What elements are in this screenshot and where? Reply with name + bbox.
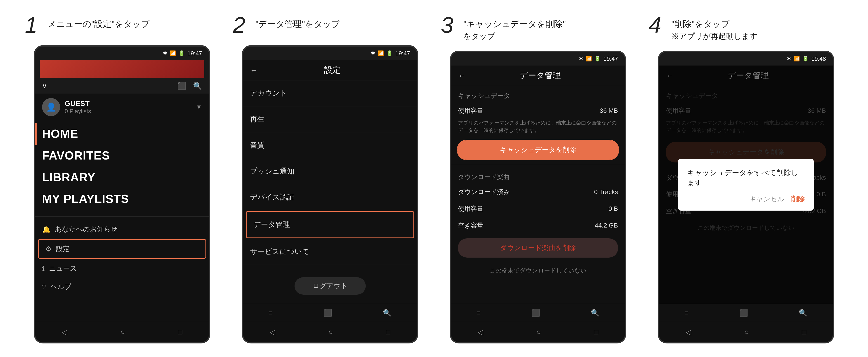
menu-icon-2[interactable]: ≡ — [269, 309, 273, 317]
search-icon-4[interactable]: 🔍 — [799, 309, 807, 317]
nav-item-library-label-1: LIBRARY — [42, 170, 95, 184]
bluetooth-icon-4: ✱ — [787, 56, 791, 62]
user-section-1[interactable]: 👤 GUEST 0 Playlists ▼ — [35, 94, 209, 121]
step-1-column: 1 メニューの"設定"をタップ ✱ 📶 🔋 19:47 ∨ ⬛ 🔍 — [18, 13, 226, 344]
home-btn-3[interactable]: ○ — [536, 328, 541, 336]
screen3-content: ← データ管理 キャッシュデータ 使用容量 36 MB アプリのパフォーマンスを… — [451, 66, 625, 304]
back-btn-1[interactable]: ◁ — [62, 328, 67, 336]
cast-icon-2[interactable]: ⬛ — [324, 309, 332, 317]
logo-bar-1 — [40, 60, 204, 78]
step-3-desc-sub: をタップ — [463, 31, 566, 41]
recents-btn-3[interactable]: □ — [594, 328, 598, 336]
settings-item-data[interactable]: データ管理 — [247, 212, 413, 237]
back-arrow-icon-2[interactable]: ← — [250, 66, 258, 74]
recents-btn-1[interactable]: □ — [178, 328, 182, 336]
screen-bottom-nav-3: ≡ ⬛ 🔍 — [451, 304, 625, 322]
header-right-icons-1: ⬛ 🔍 — [177, 82, 202, 90]
recents-btn-4[interactable]: □ — [802, 328, 806, 336]
android-nav-3: ◁ ○ □ — [451, 322, 625, 342]
settings-item-playback[interactable]: 再生 — [243, 106, 417, 132]
battery-icon-2: 🔋 — [386, 51, 393, 56]
phone-4: ✱ 📶 🔋 19:48 ← データ管理 キャッシュデータ 使用容量 36 MB — [658, 51, 834, 344]
dialog-cancel-btn-4[interactable]: キャンセル — [749, 195, 784, 204]
signal-icon-2: 📶 — [378, 51, 384, 56]
android-nav-1: ◁ ○ □ — [35, 322, 209, 342]
news-icon-1: ℹ — [42, 265, 44, 272]
cast-icon-1[interactable]: ⬛ — [177, 82, 186, 90]
step-4-number: 4 — [649, 13, 667, 36]
nav-item-myplaylists-1[interactable]: MY PLAYLISTS — [35, 188, 209, 210]
settings-item-push[interactable]: プッシュ通知 — [243, 158, 417, 184]
header-actions-1: ∨ ⬛ 🔍 — [35, 78, 209, 94]
sub-nav-help-label-1: ヘルプ — [51, 282, 71, 291]
cast-icon-3[interactable]: ⬛ — [532, 309, 540, 317]
signal-icon-3: 📶 — [586, 56, 592, 62]
dialog-title-4: キャッシュデータをすべて削除します — [687, 168, 805, 188]
section-divider-3 — [451, 165, 625, 165]
step-2-header: 2 "データ管理"をタップ — [233, 13, 427, 36]
screen2-content: ← 設定 アカウント 再生 音質 プッシュ通知 — [243, 60, 417, 304]
dl-usage-value-3: 0 B — [609, 205, 618, 213]
step-3-header: 3 "キャッシュデータを削除" をタップ — [441, 13, 635, 41]
cache-section-title-3: キャッシュデータ — [451, 86, 625, 102]
clear-cache-btn-3[interactable]: キャッシュデータを削除 — [458, 140, 618, 160]
back-btn-3[interactable]: ◁ — [477, 328, 483, 336]
chevron-down-icon-1[interactable]: ∨ — [42, 82, 47, 90]
settings-item-service[interactable]: サービスについて — [243, 239, 417, 265]
step-2-column: 2 "データ管理"をタップ ✱ 📶 🔋 19:47 ← 設定 アカウン — [226, 13, 434, 344]
dialog-confirm-btn-4[interactable]: 削除 — [791, 195, 805, 204]
search-icon-2[interactable]: 🔍 — [383, 309, 391, 317]
search-icon-3[interactable]: 🔍 — [591, 309, 599, 317]
step-3-column: 3 "キャッシュデータを削除" をタップ ✱ 📶 🔋 19:47 ← データ管理… — [434, 13, 642, 344]
menu-icon-3[interactable]: ≡ — [477, 309, 481, 317]
android-nav-4: ◁ ○ □ — [659, 322, 833, 342]
step-3-description: "キャッシュデータを削除" をタップ — [463, 13, 566, 41]
back-btn-4[interactable]: ◁ — [686, 328, 691, 336]
step-1-desc-main: メニューの"設定"をタップ — [48, 18, 150, 30]
settings-header-2: ← 設定 — [243, 60, 417, 80]
step-2-description: "データ管理"をタップ — [255, 13, 340, 30]
step-1-description: メニューの"設定"をタップ — [48, 13, 150, 30]
free-space-label-3: 空き容量 — [458, 221, 484, 230]
nav-item-favorites-1[interactable]: FAVORITES — [35, 144, 209, 166]
settings-icon-1: ⚙ — [45, 245, 52, 253]
cast-icon-4[interactable]: ⬛ — [740, 309, 748, 317]
nav-item-favorites-label-1: FAVORITES — [42, 149, 110, 162]
search-icon-1[interactable]: 🔍 — [193, 82, 202, 90]
back-arrow-icon-3[interactable]: ← — [458, 71, 466, 80]
cache-usage-label-3: 使用容量 — [458, 106, 483, 115]
logout-button-2[interactable]: ログアウト — [294, 277, 366, 295]
sub-nav-news-1[interactable]: ℹ ニュース — [35, 259, 209, 278]
home-btn-4[interactable]: ○ — [744, 328, 749, 336]
settings-item-service-label: サービスについて — [250, 248, 309, 256]
back-btn-2[interactable]: ◁ — [270, 328, 275, 336]
delete-dl-btn-3[interactable]: ダウンロード楽曲を削除 — [458, 238, 618, 258]
step-4-description: "削除"をタップ ※アプリが再起動します — [671, 13, 757, 41]
screen1-content: 👤 GUEST 0 Playlists ▼ HOME FAVORITES — [35, 94, 209, 322]
sub-nav-notifications-1[interactable]: 🔔 あなたへのお知らせ — [35, 220, 209, 238]
download-section-title-3: ダウンロード楽曲 — [451, 167, 625, 184]
settings-item-playback-label: 再生 — [250, 115, 265, 123]
phone-1: ✱ 📶 🔋 19:47 ∨ ⬛ 🔍 👤 — [34, 45, 210, 344]
logout-section-2: ログアウト — [243, 268, 417, 304]
screen-bottom-nav-2: ≡ ⬛ 🔍 — [243, 304, 417, 322]
sub-nav-help-1[interactable]: ? ヘルプ — [35, 278, 209, 296]
nav-item-home-1[interactable]: HOME — [35, 123, 209, 144]
screen2-title: 設定 — [262, 65, 410, 76]
status-bar-4: ✱ 📶 🔋 19:48 — [659, 52, 833, 66]
nav-item-library-1[interactable]: LIBRARY — [35, 166, 209, 188]
cache-usage-row-3: 使用容量 36 MB — [451, 102, 625, 119]
step-4-desc-main: "削除"をタップ — [671, 18, 757, 30]
recents-btn-2[interactable]: □ — [386, 328, 390, 336]
downloaded-value-3: 0 Tracks — [594, 189, 618, 196]
battery-icon-4: 🔋 — [802, 56, 809, 62]
home-btn-1[interactable]: ○ — [121, 328, 125, 336]
sub-nav-settings-1[interactable]: ⚙ 設定 — [39, 240, 206, 258]
settings-item-account[interactable]: アカウント — [243, 80, 417, 106]
home-btn-2[interactable]: ○ — [329, 328, 333, 336]
settings-item-account-label: アカウント — [250, 89, 287, 97]
menu-icon-4[interactable]: ≡ — [685, 309, 689, 317]
status-bar-3: ✱ 📶 🔋 19:47 — [451, 52, 625, 66]
settings-item-quality[interactable]: 音質 — [243, 132, 417, 158]
settings-item-device[interactable]: デバイス認証 — [243, 184, 417, 210]
